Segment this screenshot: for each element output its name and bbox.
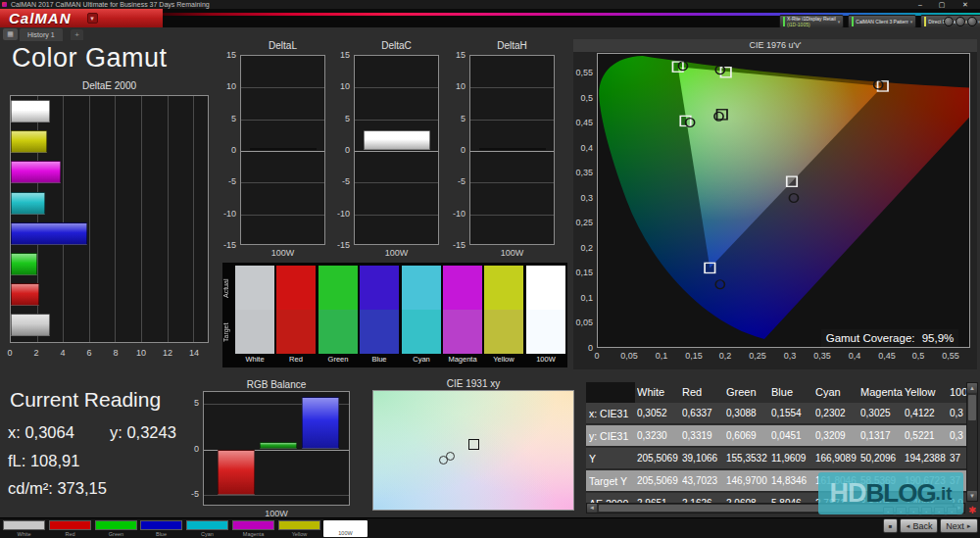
patch-button-blue[interactable]: Blue	[139, 520, 183, 537]
axis-tick-label: 0	[179, 444, 199, 454]
cie1931-chart	[372, 390, 574, 511]
deltae-bar-100w	[11, 314, 50, 336]
grid-line	[355, 151, 438, 152]
deltaH-chart	[469, 55, 555, 245]
grid-line	[193, 96, 194, 342]
swatch-actual-magenta	[443, 266, 482, 310]
deltaL-chart	[240, 55, 325, 245]
table-header-cell: Yellow	[905, 382, 948, 403]
target-row-label: Target	[222, 311, 234, 354]
patch-button-white[interactable]: White	[2, 520, 46, 537]
logo-menu-arrow-icon[interactable]: ▾	[87, 13, 98, 24]
patch-button-green[interactable]: Green	[94, 520, 138, 537]
patch-button-magenta[interactable]: Magenta	[231, 520, 275, 537]
swatch-actual-red	[276, 266, 316, 310]
grid-line	[241, 87, 324, 88]
next-button[interactable]: Next ►	[940, 518, 978, 533]
deltae-bar-white	[11, 100, 50, 122]
close-button[interactable]: ✕	[960, 0, 970, 9]
axis-tick-label: 2	[28, 348, 44, 358]
swatch-name-label: White	[235, 355, 274, 364]
cie1976-chart	[597, 53, 970, 348]
axis-tick-label: 0,15	[566, 268, 593, 277]
device-button-2[interactable]: CalMAN Client 3 Pattern Generator▾	[848, 15, 916, 28]
back-button[interactable]: ◄ Back	[900, 518, 938, 533]
device-status-light	[924, 17, 926, 26]
table-header-cell: Red	[682, 382, 725, 403]
axis-tick-label: -15	[329, 240, 350, 250]
swatch-actual-cyan	[402, 266, 441, 310]
axis-tick-label: 12	[160, 348, 175, 358]
table-cell: 0,0451	[771, 425, 814, 447]
grid-line	[470, 120, 554, 121]
scroll-left-icon[interactable]: ◄	[587, 504, 597, 513]
quick-settings-buttons	[944, 17, 977, 26]
table-cell: 5,8046	[771, 493, 814, 503]
table-cell: 0,3052	[637, 403, 680, 424]
table-header-cell: Blue	[771, 382, 814, 403]
axis-tick-label: 8	[108, 348, 123, 358]
grid-line	[355, 87, 438, 88]
reading-y: y: 0,3243	[110, 423, 176, 442]
axis-tick-label: 0	[566, 343, 593, 353]
grid-line	[241, 215, 324, 216]
table-header-cell: White	[637, 382, 680, 403]
scroll-up-icon[interactable]: ▲	[967, 383, 977, 393]
device-button-1[interactable]: X-Rite i1Display Retail(i1D-1005)▾	[779, 15, 844, 28]
page-title: Color Gamut	[12, 43, 168, 73]
swatch-target-magenta	[443, 310, 482, 354]
axis-tick-label: 0,55	[566, 68, 593, 77]
maximize-button[interactable]: ▢	[937, 0, 947, 9]
patch-button-100w[interactable]: 100W	[323, 520, 368, 537]
axis-tick-label: 0,35	[810, 351, 834, 361]
workflow-grid-icon[interactable]: ▦	[3, 28, 18, 40]
required-asterisk-icon: ✱	[968, 505, 976, 515]
table-cell: 146,9700	[726, 470, 769, 492]
patch-button-yellow[interactable]: Yellow	[277, 520, 321, 537]
table-cell: 0,3209	[815, 425, 858, 447]
deltaL-bar-100w	[250, 148, 317, 150]
chevron-down-icon: ▾	[910, 19, 913, 24]
scrollbar-thumb[interactable]	[968, 395, 976, 420]
table-cell: 2,9651	[637, 493, 680, 503]
round-tool-button-2[interactable]	[956, 17, 965, 26]
deltae-bar-magenta	[11, 161, 61, 183]
grid-line	[63, 96, 64, 342]
table-cell: 2,1626	[682, 493, 725, 503]
gamut-coverage-value: 95,9%	[922, 332, 955, 344]
grid-line	[470, 215, 554, 216]
axis-tick-label: -10	[329, 209, 350, 219]
axis-tick-label: 0,35	[566, 168, 593, 177]
patch-label: Red	[48, 531, 92, 537]
scroll-down-icon[interactable]: ▼	[967, 491, 977, 501]
add-tab-button[interactable]: +	[71, 29, 83, 40]
tab-history-1[interactable]: History 1	[20, 28, 63, 41]
calman-logo[interactable]: CalMAN ▾	[0, 9, 163, 27]
axis-tick-label: 0	[445, 145, 466, 155]
calman-logo-text: CalMAN	[9, 10, 72, 26]
patch-button-cyan[interactable]: Cyan	[185, 520, 229, 537]
patch-button-red[interactable]: Red	[48, 520, 92, 537]
table-vertical-scrollbar[interactable]: ▲ ▼	[966, 382, 978, 502]
round-tool-button-3[interactable]	[967, 17, 977, 26]
axis-tick-label: 15	[329, 50, 350, 60]
axis-tick-label: 15	[445, 50, 466, 60]
swatch-actual-100w	[526, 266, 565, 310]
swatch-target-100w	[526, 310, 565, 354]
swatch-name-label: Green	[318, 355, 358, 364]
round-tool-button-1[interactable]	[944, 17, 954, 26]
table-row-label: Y	[589, 448, 635, 469]
patch-label: White	[2, 531, 46, 537]
actual-row-label: Actual	[222, 267, 234, 310]
minimize-button[interactable]: –	[915, 0, 925, 9]
grid-line	[115, 96, 116, 342]
deltae-bar-green	[11, 253, 37, 275]
table-row-label: x: CIE31	[589, 403, 635, 424]
axis-tick-label: 0,1	[566, 293, 593, 303]
table-cell: 2,0608	[726, 493, 769, 503]
patch-label: Cyan	[185, 531, 229, 537]
swatch-target-cyan	[402, 310, 441, 354]
patch-label: Yellow	[277, 531, 321, 537]
grid-line	[355, 120, 438, 121]
stop-button[interactable]: ■	[883, 518, 898, 533]
